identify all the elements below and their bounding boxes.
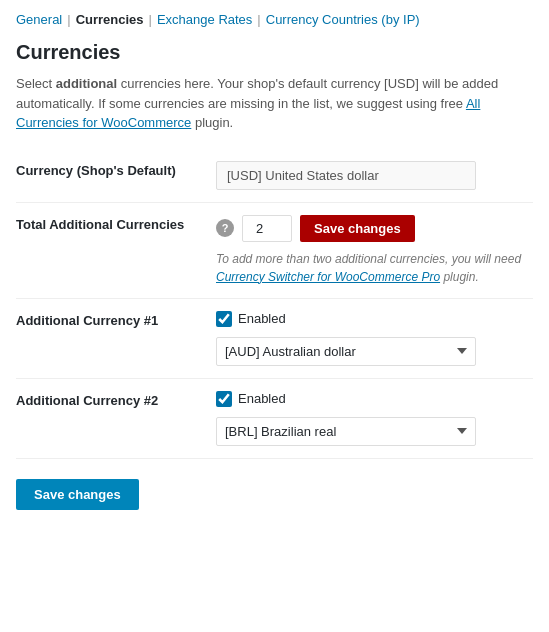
currency1-select[interactable]: [AUD] Australian dollar — [216, 337, 476, 366]
note-text-part2: plugin. — [440, 270, 479, 284]
currency-default-row: Currency (Shop's Default) — [16, 149, 533, 203]
nav-sep-2: | — [149, 12, 152, 27]
nav-tabs: General | Currencies | Exchange Rates | … — [16, 12, 533, 27]
currency-default-label: Currency (Shop's Default) — [16, 149, 216, 203]
total-currencies-label: Total Additional Currencies — [16, 217, 184, 232]
all-currencies-link[interactable]: All Currencies for WooCommerce — [16, 96, 480, 131]
currency1-row: Additional Currency #1 Enabled [AUD] Aus… — [16, 298, 533, 378]
currency2-row: Additional Currency #2 Enabled [BRL] Bra… — [16, 378, 533, 458]
pro-note: To add more than two additional currenci… — [216, 250, 533, 286]
currency-default-input[interactable] — [216, 161, 476, 190]
tab-exchange-rates[interactable]: Exchange Rates — [157, 12, 252, 27]
nav-sep-1: | — [67, 12, 70, 27]
page-description: Select additional currencies here. Your … — [16, 74, 533, 133]
additional-bold: additional — [56, 76, 117, 91]
currency1-enabled-checkbox[interactable] — [216, 311, 232, 327]
save-changes-button[interactable]: Save changes — [16, 479, 139, 510]
currency2-select[interactable]: [BRL] Brazilian real — [216, 417, 476, 446]
currency2-label: Additional Currency #2 — [16, 378, 216, 458]
currency2-enabled-label: Enabled — [238, 391, 286, 406]
tab-general[interactable]: General — [16, 12, 62, 27]
tab-currencies[interactable]: Currencies — [76, 12, 144, 27]
total-currencies-row: Total Additional Currencies ? Save chang… — [16, 202, 533, 298]
total-currencies-input[interactable] — [242, 215, 292, 242]
tab-currency-countries[interactable]: Currency Countries (by IP) — [266, 12, 420, 27]
nav-sep-3: | — [257, 12, 260, 27]
help-icon[interactable]: ? — [216, 219, 234, 237]
note-text-part1: To add more than two additional currenci… — [216, 252, 521, 266]
currency1-label: Additional Currency #1 — [16, 298, 216, 378]
page-title: Currencies — [16, 41, 533, 64]
footer-save-area: Save changes — [16, 479, 533, 510]
currency2-enabled-checkbox[interactable] — [216, 391, 232, 407]
total-currencies-label-cell: Total Additional Currencies — [16, 202, 216, 298]
form-table: Currency (Shop's Default) Total Addition… — [16, 149, 533, 459]
save-changes-red-button[interactable]: Save changes — [300, 215, 415, 242]
pro-plugin-link[interactable]: Currency Switcher for WooCommerce Pro — [216, 270, 440, 284]
currency1-enabled-label: Enabled — [238, 311, 286, 326]
